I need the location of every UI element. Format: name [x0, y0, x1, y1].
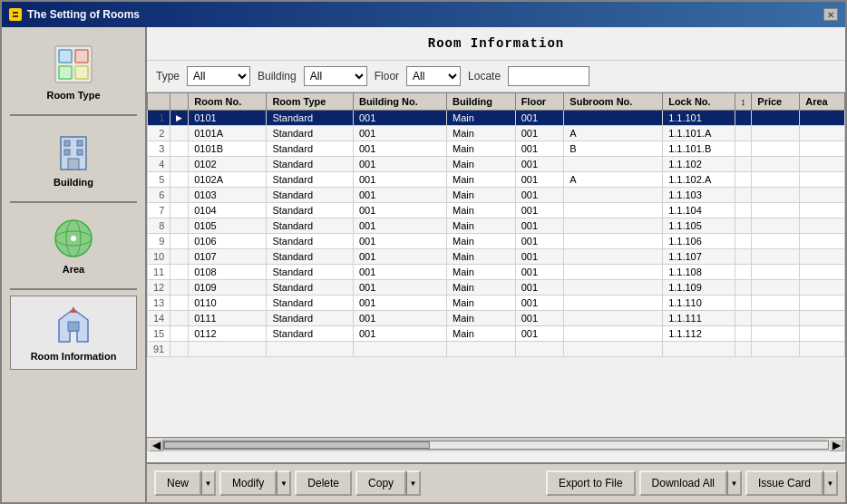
table-row[interactable]: 140111Standard001Main0011.1.111	[148, 311, 845, 326]
col-room-type[interactable]: Room Type	[267, 93, 354, 111]
building-label: Building	[258, 70, 297, 82]
svg-rect-4	[59, 50, 72, 63]
main-panel: Room Information Type All Building All F…	[147, 27, 845, 502]
scroll-right-btn[interactable]: ▶	[829, 439, 843, 451]
col-num	[148, 93, 170, 111]
col-subroom-no[interactable]: Subroom No.	[564, 93, 663, 111]
table-row[interactable]: 91	[148, 342, 845, 357]
locate-label: Locate	[468, 70, 501, 82]
svg-rect-10	[77, 141, 83, 146]
svg-rect-11	[64, 150, 70, 155]
svg-rect-12	[77, 150, 83, 155]
copy-btn-group: Copy ▼	[355, 470, 421, 496]
app-icon	[9, 8, 22, 21]
table-row[interactable]: 70104Standard001Main0011.1.104	[148, 203, 845, 218]
col-floor[interactable]: Floor	[515, 93, 564, 111]
copy-dropdown-btn[interactable]: ▼	[406, 470, 421, 496]
scrollbar-h-thumb[interactable]	[164, 441, 430, 449]
svg-rect-7	[75, 66, 88, 79]
issue-card-btn-group: Issue Card ▼	[745, 470, 838, 496]
titlebar-left: The Setting of Rooms	[9, 8, 140, 21]
main-window: The Setting of Rooms ✕ Room Type	[0, 0, 847, 504]
table-row[interactable]: 90106Standard001Main0011.1.106	[148, 234, 845, 249]
svg-rect-13	[68, 159, 79, 170]
content-area: Room Type Building	[2, 27, 845, 502]
table-row[interactable]: 30101BStandard001Main001B1.1.101.B	[148, 141, 845, 157]
new-btn-group: New ▼	[154, 470, 216, 496]
svg-rect-2	[13, 15, 18, 17]
building-icon	[52, 130, 95, 173]
room-type-icon	[52, 43, 95, 86]
table-row[interactable]: 80105Standard001Main0011.1.105	[148, 218, 845, 234]
table-row[interactable]: 20101AStandard001Main001A1.1.101.A	[148, 126, 845, 141]
window-title: The Setting of Rooms	[27, 8, 140, 21]
col-building[interactable]: Building	[447, 93, 516, 111]
export-button[interactable]: Export to File	[546, 470, 636, 496]
svg-rect-5	[75, 50, 88, 63]
copy-button[interactable]: Copy	[355, 470, 406, 496]
col-arrow	[170, 93, 189, 111]
floor-label: Floor	[375, 70, 399, 82]
download-all-button[interactable]: Download All	[639, 470, 727, 496]
modify-dropdown-btn[interactable]: ▼	[277, 470, 291, 496]
area-icon	[52, 217, 95, 260]
type-label: Type	[156, 70, 180, 82]
table-row[interactable]: 150112Standard001Main0011.1.112	[148, 326, 845, 342]
svg-marker-20	[70, 307, 77, 313]
sidebar-item-building-label: Building	[54, 177, 93, 188]
table-container: Room No. Room Type Building No. Building…	[147, 92, 845, 462]
floor-select[interactable]: All	[406, 66, 461, 86]
svg-rect-0	[11, 10, 20, 19]
col-sort[interactable]: ↕	[735, 93, 752, 111]
sidebar-divider-3	[10, 288, 137, 290]
close-button[interactable]: ✕	[823, 8, 838, 21]
table-row[interactable]: 50102AStandard001Main001A1.1.102.A	[148, 172, 845, 188]
issue-card-button[interactable]: Issue Card	[745, 470, 823, 496]
table-scroll-area[interactable]: Room No. Room Type Building No. Building…	[147, 92, 845, 437]
table-row[interactable]: 100107Standard001Main0011.1.107	[148, 249, 845, 265]
delete-button[interactable]: Delete	[295, 470, 352, 496]
table-row[interactable]: 60103Standard001Main0011.1.103	[148, 188, 845, 203]
table-row[interactable]: 110108Standard001Main0011.1.108	[148, 265, 845, 280]
building-select[interactable]: All	[304, 66, 367, 86]
filter-bar: Type All Building All Floor All Locate	[147, 61, 845, 92]
sidebar-item-area[interactable]: Area	[10, 208, 137, 283]
download-dropdown-btn[interactable]: ▼	[727, 470, 742, 496]
svg-rect-18	[68, 322, 79, 331]
room-info-icon	[52, 304, 95, 347]
scrollbar-h-track[interactable]	[163, 441, 829, 450]
scrollbar-horizontal[interactable]: ◀ ▶	[147, 437, 845, 451]
sidebar-item-area-label: Area	[63, 264, 84, 275]
scroll-left-btn[interactable]: ◀	[149, 439, 163, 451]
titlebar: The Setting of Rooms ✕	[2, 2, 845, 27]
col-price[interactable]: Price	[752, 93, 800, 111]
sidebar-divider-2	[10, 201, 137, 203]
table-row[interactable]: 40102Standard001Main0011.1.102	[148, 157, 845, 172]
new-button[interactable]: New	[154, 470, 201, 496]
sidebar-item-room-type[interactable]: Room Type	[10, 34, 137, 109]
table-row[interactable]: 1▶0101Standard001Main0011.1.101	[148, 111, 845, 126]
sidebar: Room Type Building	[2, 27, 147, 502]
col-room-no[interactable]: Room No.	[189, 93, 267, 111]
locate-input[interactable]	[508, 66, 589, 86]
new-dropdown-btn[interactable]: ▼	[201, 470, 216, 496]
sidebar-item-room-information[interactable]: Room Information	[10, 296, 137, 370]
table-row[interactable]: 130110Standard001Main0011.1.110	[148, 296, 845, 311]
download-btn-group: Download All ▼	[639, 470, 742, 496]
svg-rect-6	[59, 66, 72, 79]
svg-rect-1	[13, 12, 18, 14]
modify-button[interactable]: Modify	[219, 470, 277, 496]
col-building-no[interactable]: Building No.	[353, 93, 446, 111]
col-lock-no[interactable]: Lock No.	[663, 93, 735, 111]
svg-rect-9	[64, 141, 70, 146]
sidebar-divider-1	[10, 114, 137, 116]
table-row[interactable]: 120109Standard001Main0011.1.109	[148, 280, 845, 296]
bottom-bar: New ▼ Modify ▼ Delete Copy ▼	[147, 462, 845, 502]
sidebar-item-building[interactable]: Building	[10, 121, 137, 196]
type-select[interactable]: All	[187, 66, 250, 86]
issue-card-dropdown-btn[interactable]: ▼	[823, 470, 838, 496]
modify-btn-group: Modify ▼	[219, 470, 291, 496]
room-table: Room No. Room Type Building No. Building…	[147, 92, 845, 357]
col-area[interactable]: Area	[800, 93, 845, 111]
panel-title: Room Information	[147, 27, 845, 61]
